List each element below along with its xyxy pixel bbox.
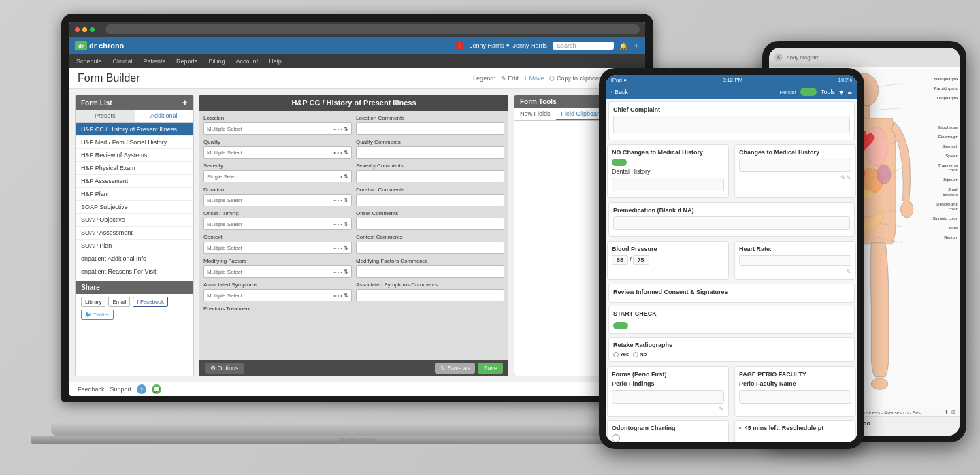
share-facebook-btn[interactable]: f Facebook [133,297,168,307]
edit-perio-icon[interactable]: ✎ [719,406,724,412]
field-onset-input[interactable]: Multiple Select • • • ⇅ [203,218,352,230]
support-link[interactable]: Support [110,386,132,393]
search-box[interactable]: Search [553,42,614,50]
field-dot-icon: • [340,174,342,180]
address-bar[interactable] [105,24,640,34]
field-symptoms-comments-input[interactable] [356,289,504,301]
field-quality-comments: Quality Comments [356,139,504,159]
nav-patients[interactable]: Patients [142,58,167,65]
retake-yes[interactable]: Yes [613,351,629,357]
field-modifying-comments-input[interactable] [356,265,504,278]
field-severity-comments-input[interactable] [356,170,504,182]
tab-additional[interactable]: Additional [135,110,194,122]
field-location-comments-input[interactable] [356,122,504,135]
persist-toggle[interactable] [800,88,817,96]
field-arrows-icon: ⇅ [344,174,348,180]
form-item-7[interactable]: SOAP Objective [76,214,193,227]
bookmark-icon[interactable]: ⊞ [951,410,956,415]
chief-complaint-field[interactable] [613,116,850,133]
save-as-btn[interactable]: ✎ Save as [435,363,475,374]
edit-changes-icon[interactable]: ✎ [846,174,851,181]
field-duration-comments-input[interactable] [356,194,504,206]
field-dots-icon: • • • [333,293,342,299]
field-arrows-icon: ⇅ [344,293,348,299]
menu-icon[interactable]: ≡ [848,88,852,96]
nav-clinical[interactable]: Clinical [112,58,134,65]
perio-findings-field[interactable] [612,390,724,404]
form-item-4[interactable]: H&P Assessment [76,175,193,188]
start-check-toggle[interactable] [613,322,628,329]
field-dots-icon: • • • [333,269,342,275]
field-quality-input[interactable]: Multiple Select • • • ⇅ [203,146,352,159]
nav-account[interactable]: Account [235,58,260,65]
field-dots-icon: • • • [333,221,342,227]
tab-presets[interactable]: Presets [76,110,135,122]
hr-field[interactable] [739,255,851,266]
bp-diastolic[interactable]: 75 [633,255,649,265]
form-item-1[interactable]: H&P Med / Fam / Social History [76,136,193,149]
form-item-6[interactable]: SOAP Subjective [76,201,193,214]
form-item-3[interactable]: H&P Physical Exam [76,162,193,175]
share-email-btn[interactable]: Email [108,297,130,307]
form-item-11[interactable]: onpatient Reasons For Visit [76,265,193,278]
field-dots-icon: • • • [333,126,342,132]
field-quality-comments-input[interactable] [356,146,504,159]
field-location-input[interactable]: Multiple Select • • • ⇅ [203,122,352,135]
field-severity-input[interactable]: Single Select • ⇅ [203,170,352,182]
dental-history-label: Dental History [612,168,724,175]
bp-systolic[interactable]: 68 [612,255,628,265]
field-modifying-input[interactable]: Multiple Select • • • ⇅ [203,265,352,278]
back-button[interactable]: ‹ Back [611,88,628,95]
tools-label[interactable]: Tools [821,88,835,95]
close-circle-icon[interactable]: ✕ [774,53,783,61]
changes-field[interactable] [739,159,851,172]
notifications-icon[interactable]: 🔔 [619,42,627,50]
no-changes-toggle-row [612,159,724,166]
field-context-comments-input[interactable] [356,242,504,254]
options-btn[interactable]: ⚙ Options [205,363,244,374]
macbook-label: MacBook Pro [31,436,684,444]
nav-schedule[interactable]: Schedule [75,58,103,65]
field-symptoms: Associated Symptoms Multiple Select • • … [203,282,352,301]
tablet-content[interactable]: Chief Complaint NO Changes to Medical Hi… [606,99,858,442]
field-context-input[interactable]: Multiple Select • • • ⇅ [203,242,352,254]
field-duration-input[interactable]: Multiple Select • • • ⇅ [203,194,352,206]
form-item-2[interactable]: H&P Review of Systems [76,149,193,162]
retake-no[interactable]: No [633,351,647,357]
form-item-5[interactable]: H&P Plan [76,188,193,201]
hr-label: Heart Rate: [739,246,851,252]
field-onset-comments-input[interactable] [356,218,504,230]
add-form-btn[interactable]: + [182,98,188,108]
form-item-0[interactable]: H&P CC / History of Present Illness [76,123,193,136]
macbook-screen-outer: dr dr chrono ! Jenny Harris ▾ Jenny Harr… [61,14,653,402]
minimize-dot[interactable] [82,27,87,32]
close-dot[interactable] [75,27,80,32]
share-icon[interactable]: ⬆ [945,410,949,415]
nav-reports[interactable]: Reports [175,58,199,65]
chat-icon[interactable]: 💬 [152,384,161,394]
maximize-dot[interactable] [90,27,95,32]
form-main-body[interactable]: Location Multiple Select • • • ⇅ [199,111,508,360]
nav-help[interactable]: Help [267,58,283,65]
dental-history-field[interactable] [612,178,724,191]
tab-new-fields[interactable]: New Fields [514,108,556,120]
field-symptoms-input[interactable]: Multiple Select • • • ⇅ [203,289,352,301]
edit-hr-icon[interactable]: ✎ [846,268,851,275]
odontogram-radio[interactable] [612,434,620,442]
help-icon[interactable]: ? [137,384,146,394]
legend-edit: ✎ Edit [501,75,519,82]
share-twitter-btn[interactable]: 🐦 Twitter [81,310,114,320]
add-icon[interactable]: ＋ [633,41,640,50]
premedication-field[interactable] [613,216,850,230]
form-item-10[interactable]: onpatient Additional Info [76,252,193,265]
edit-dental-icon[interactable]: ✎ [840,174,846,181]
perio-faculty-field[interactable] [739,390,851,404]
no-changes-toggle[interactable] [612,159,627,166]
form-item-8[interactable]: SOAP Assessment [76,227,193,240]
form-item-9[interactable]: SOAP Plan [76,240,193,252]
feedback-link[interactable]: Feedback [78,386,105,393]
field-severity-label: Severity [203,163,352,169]
nav-billing[interactable]: Billing [208,58,227,65]
share-library-btn[interactable]: Library [81,297,105,307]
save-btn[interactable]: Save [478,363,503,374]
